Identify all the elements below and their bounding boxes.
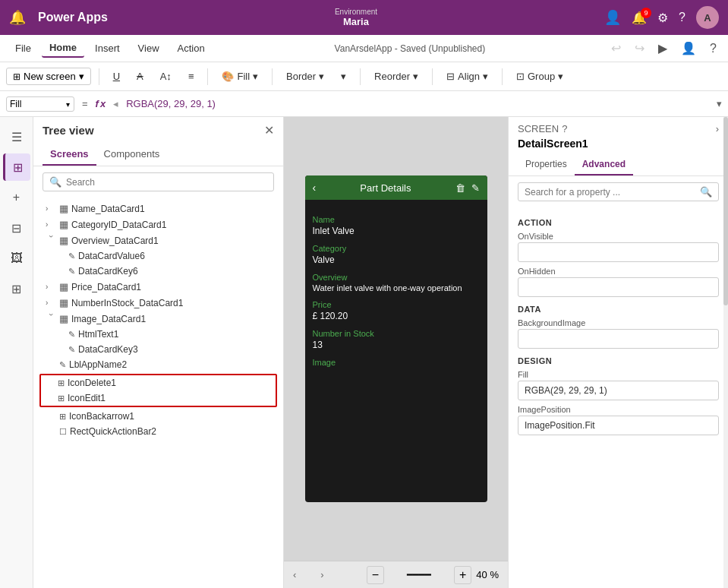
dropdown-button[interactable]: ▾ xyxy=(335,68,352,84)
align-text-button[interactable]: ≡ xyxy=(182,68,200,84)
align-chevron: ▾ xyxy=(483,71,488,82)
border-chevron: ▾ xyxy=(319,71,324,82)
fill-button[interactable]: 🎨 Fill ▾ xyxy=(216,68,264,84)
item-label: Price_DataCard1 xyxy=(71,282,141,292)
zoom-slider[interactable]: ━━━━ xyxy=(389,569,449,580)
tree-item-datacardkey6[interactable]: ✎ DataCardKey6 xyxy=(33,264,283,279)
menu-file[interactable]: File xyxy=(8,40,39,57)
avatar[interactable]: A xyxy=(696,6,719,29)
prop-input-fill[interactable] xyxy=(518,381,719,400)
menu-insert[interactable]: Insert xyxy=(87,40,128,57)
settings-icon[interactable]: ⚙ xyxy=(657,11,668,25)
panel-search: 🔍 xyxy=(518,182,719,201)
redo-icon[interactable]: ↪ xyxy=(631,40,648,57)
panel-expand-icon[interactable]: › xyxy=(716,123,719,134)
bell-icon[interactable]: 🔔 9 xyxy=(632,11,647,25)
menu-view[interactable]: View xyxy=(131,40,167,57)
scroll-right-icon[interactable]: › xyxy=(320,569,323,580)
prop-input-imageposition[interactable] xyxy=(518,416,719,435)
field-label-name: Name xyxy=(313,215,480,224)
tree-content: › ▦ Name_DataCard1 › ▦ CategoryID_DataCa… xyxy=(33,198,283,588)
sidebar-icon-data[interactable]: ⊟ xyxy=(3,214,30,242)
tab-screens[interactable]: Screens xyxy=(43,144,96,166)
tree-item-datacardkey3[interactable]: ✎ DataCardKey3 xyxy=(33,342,283,357)
search-input[interactable] xyxy=(66,177,267,188)
formula-bar: Fill = fx ◂ ▾ xyxy=(0,91,728,117)
prop-label-onhidden: OnHidden xyxy=(518,267,719,276)
tree-item-price-datacard[interactable]: › ▦ Price_DataCard1 xyxy=(33,279,283,295)
sidebar-icon-components[interactable]: ⊞ xyxy=(3,275,30,302)
tree-item-iconbackarrow1[interactable]: ⊞ IconBackarrow1 xyxy=(33,409,283,424)
align-button[interactable]: ⊟ Align ▾ xyxy=(440,68,494,84)
menu-home[interactable]: Home xyxy=(42,39,84,58)
environment-name: Maria xyxy=(343,16,369,27)
notification-badge: 9 xyxy=(641,8,651,18)
screen-help-icon[interactable]: ? xyxy=(562,123,567,134)
group-button[interactable]: ⊡ Group ▾ xyxy=(510,68,569,84)
person-icon[interactable]: 👤 xyxy=(604,9,621,26)
tree-item-icondelete1[interactable]: ⊞ IconDelete1 xyxy=(41,375,276,390)
scroll-area: ‹ › xyxy=(293,569,324,580)
tree-item-iconedit1[interactable]: ⊞ IconEdit1 xyxy=(41,390,276,406)
tree-item-datacardvalue6[interactable]: ✎ DataCardValue6 xyxy=(33,248,283,264)
prop-input-bgimage[interactable] xyxy=(518,329,719,349)
property-select[interactable]: Fill xyxy=(6,96,74,112)
reorder-button[interactable]: Reorder ▾ xyxy=(368,68,424,84)
formula-input[interactable] xyxy=(126,98,712,109)
sidebar-icon-menu[interactable]: ☰ xyxy=(3,123,30,150)
new-screen-button[interactable]: ⊞ New screen ▾ xyxy=(6,68,91,85)
item-label: DataCardValue6 xyxy=(78,251,145,261)
zoom-out-icon[interactable]: − xyxy=(367,566,384,584)
equals-sign: = xyxy=(79,98,91,109)
tree-item-rectquickactionbar2[interactable]: ☐ RectQuickActionBar2 xyxy=(33,424,283,439)
tree-item-name-datacard[interactable]: › ▦ Name_DataCard1 xyxy=(33,201,283,217)
app-grid-icon[interactable]: 🔔 xyxy=(9,9,26,26)
undo-icon[interactable]: ↩ xyxy=(607,40,625,57)
tree-item-overview-datacard[interactable]: › ▦ Overview_DataCard1 xyxy=(33,232,283,248)
zoom-controls: − ━━━━ + 40 % xyxy=(367,566,499,584)
property-select-wrapper: Fill xyxy=(6,96,74,112)
prop-input-onhidden[interactable] xyxy=(518,277,719,297)
tree-item-image-datacard[interactable]: › ▦ Image_DataCard1 xyxy=(33,311,283,327)
tab-components[interactable]: Components xyxy=(96,144,168,166)
canvas-area: ‹ Part Details 🗑 ✎ Name Inlet Valve Cate… xyxy=(284,117,508,588)
underline-button[interactable]: U xyxy=(107,68,126,84)
prop-input-onvisible[interactable] xyxy=(518,242,719,262)
tab-advanced[interactable]: Advanced xyxy=(575,154,633,175)
toolbar: ⊞ New screen ▾ U A A↕ ≡ 🎨 Fill ▾ Border … xyxy=(0,62,728,91)
section-data: DATA xyxy=(518,305,719,314)
right-panel-scrollbar[interactable] xyxy=(723,117,728,588)
field-value-stock: 13 xyxy=(313,340,480,350)
strikethrough-button[interactable]: A xyxy=(131,68,150,84)
tree-close-button[interactable]: ✕ xyxy=(264,123,274,138)
item-icon: ▦ xyxy=(59,203,68,214)
scroll-left-icon[interactable]: ‹ xyxy=(293,569,296,580)
tree-item-lblappname2[interactable]: ✎ LblAppName2 xyxy=(33,357,283,372)
reorder-chevron: ▾ xyxy=(413,71,418,82)
border-button[interactable]: Border ▾ xyxy=(280,68,330,84)
sidebar-icon-screens[interactable]: ⊞ xyxy=(3,153,30,181)
formula-expand-icon[interactable]: ▾ xyxy=(717,98,722,109)
font-size-button[interactable]: A↕ xyxy=(154,68,178,84)
help-icon[interactable]: ? xyxy=(679,11,685,24)
menu-action[interactable]: Action xyxy=(170,40,213,57)
chevron-icon: › xyxy=(47,236,55,246)
item-icon: ▦ xyxy=(59,235,68,246)
item-label: NumberInStock_DataCard1 xyxy=(71,298,183,308)
canvas-content[interactable]: ‹ Part Details 🗑 ✎ Name Inlet Valve Cate… xyxy=(284,117,508,561)
align-label: Align xyxy=(458,71,480,82)
edit-icon: ✎ xyxy=(471,182,480,194)
tree-item-htmltext1[interactable]: ✎ HtmlText1 xyxy=(33,327,283,342)
play-icon[interactable]: ▶ xyxy=(654,40,671,57)
sidebar-icon-media[interactable]: 🖼 xyxy=(3,245,30,272)
prop-label-fill: Fill xyxy=(518,370,719,379)
tab-properties[interactable]: Properties xyxy=(518,154,575,175)
share-icon[interactable]: 👤 xyxy=(677,40,700,57)
tree-item-categoryid-datacard[interactable]: › ▦ CategoryID_DataCard1 xyxy=(33,217,283,232)
zoom-in-icon[interactable]: + xyxy=(454,566,471,584)
tree-item-numberinstock-datacard[interactable]: › ▦ NumberInStock_DataCard1 xyxy=(33,295,283,311)
property-search-input[interactable] xyxy=(525,187,695,198)
menu-help-icon[interactable]: ? xyxy=(706,40,720,57)
fx-button[interactable]: fx xyxy=(96,98,106,109)
sidebar-icon-add[interactable]: + xyxy=(3,184,30,211)
